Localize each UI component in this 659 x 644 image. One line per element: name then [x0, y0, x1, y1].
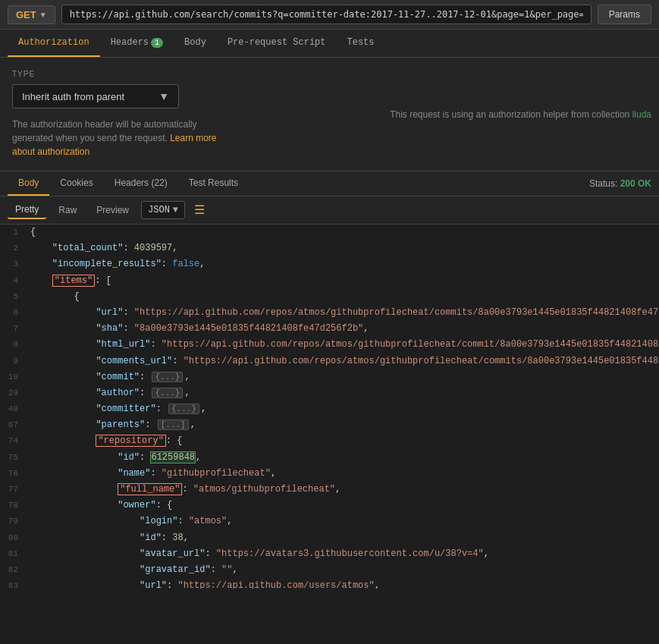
preview-button[interactable]: Preview	[89, 202, 137, 218]
json-line: 29 "author": {...},	[0, 385, 659, 401]
tab-body[interactable]: Body	[174, 30, 217, 57]
collapse-toggle[interactable]: {...}	[152, 388, 183, 398]
json-line: 10 "commit": {...},	[0, 369, 659, 385]
json-line: 1 {	[0, 225, 659, 240]
json-line: 80 "id": 38,	[0, 530, 659, 546]
json-line: 76 "name": "githubprofilecheat",	[0, 466, 659, 482]
auth-helper-text: This request is using an authorization h…	[390, 109, 651, 120]
json-line: 77 "full_name": "atmos/githubprofilechea…	[0, 482, 659, 498]
json-line: 7 "sha": "8a00e3793e1445e01835f44821408f…	[0, 321, 659, 337]
request-tab-bar: Authorization Headers1 Body Pre-request …	[0, 30, 659, 58]
collection-link[interactable]: liuda	[632, 109, 651, 120]
json-line: 2 "total_count": 4039597,	[0, 240, 659, 256]
params-button[interactable]: Params	[598, 5, 651, 24]
json-line: 8 "html_url": "https://api.github.com/re…	[0, 337, 659, 353]
auth-section: TYPE Inherit auth from parent ▼ The auth…	[0, 58, 659, 171]
tab-authorization[interactable]: Authorization	[8, 30, 100, 57]
tab-headers[interactable]: Headers1	[100, 30, 174, 57]
collapse-toggle[interactable]: {...}	[168, 404, 199, 414]
tab-response-body[interactable]: Body	[8, 171, 49, 196]
status-area: Status: 200 OK	[589, 178, 651, 189]
tab-prerequest[interactable]: Pre-request Script	[217, 30, 337, 57]
json-line: 81 "avatar_url": "https://avatars3.githu…	[0, 546, 659, 562]
dropdown-chevron-icon: ▼	[158, 90, 169, 102]
top-bar: GET ▼ Params	[0, 0, 659, 30]
headers-badge: 1	[151, 38, 163, 48]
auth-type-value: Inherit auth from parent	[22, 91, 124, 102]
body-tabs-container: Body Cookies Headers (22) Test Results	[8, 171, 249, 196]
collapse-toggle[interactable]: {...}	[152, 372, 183, 382]
tab-response-headers[interactable]: Headers (22)	[104, 171, 178, 196]
json-line: 3 "incomplete_results": false,	[0, 256, 659, 272]
json-viewer: 1 { 2 "total_count": 4039597, 3 "incompl…	[0, 225, 659, 589]
json-line: 75 "id": 61259848,	[0, 450, 659, 466]
json-line: 9 "comments_url": "https://api.github.co…	[0, 353, 659, 369]
json-line: 79 "login": "atmos",	[0, 514, 659, 529]
method-label: GET	[16, 9, 36, 20]
status-value: 200 OK	[620, 178, 651, 189]
method-chevron-icon: ▼	[39, 11, 47, 19]
json-line: 4 "items": [	[0, 273, 659, 289]
json-line: 74 "repository": {	[0, 433, 659, 449]
json-line: 78 "owner": {	[0, 498, 659, 514]
method-button[interactable]: GET ▼	[8, 5, 55, 24]
json-line: 82 "gravatar_id": "",	[0, 562, 659, 578]
format-icon: ☰	[194, 203, 205, 218]
format-dropdown[interactable]: JSON ▼	[141, 201, 185, 219]
type-label: TYPE	[12, 70, 647, 78]
pretty-button[interactable]: Pretty	[8, 201, 46, 219]
json-line: 6 "url": "https://api.github.com/repos/a…	[0, 305, 659, 321]
auth-type-dropdown[interactable]: Inherit auth from parent ▼	[12, 84, 179, 108]
url-input[interactable]	[61, 5, 592, 24]
tab-tests[interactable]: Tests	[337, 30, 385, 57]
tab-cookies[interactable]: Cookies	[49, 171, 103, 196]
collapse-toggle[interactable]: [...]	[158, 419, 189, 430]
tab-test-results[interactable]: Test Results	[178, 171, 249, 196]
json-line: 48 "committer": {...},	[0, 401, 659, 417]
auth-description: The authorization header will be automat…	[12, 118, 224, 159]
json-line: 5 {	[0, 289, 659, 305]
response-tab-bar: Body Cookies Headers (22) Test Results S…	[0, 171, 659, 196]
raw-button[interactable]: Raw	[51, 202, 84, 218]
format-dropdown-chevron-icon: ▼	[173, 205, 178, 215]
json-line: 83 "url": "https://api.github.com/users/…	[0, 578, 659, 589]
json-line: 67 "parents": [...],	[0, 417, 659, 433]
format-bar: Pretty Raw Preview JSON ▼ ☰	[0, 196, 659, 225]
